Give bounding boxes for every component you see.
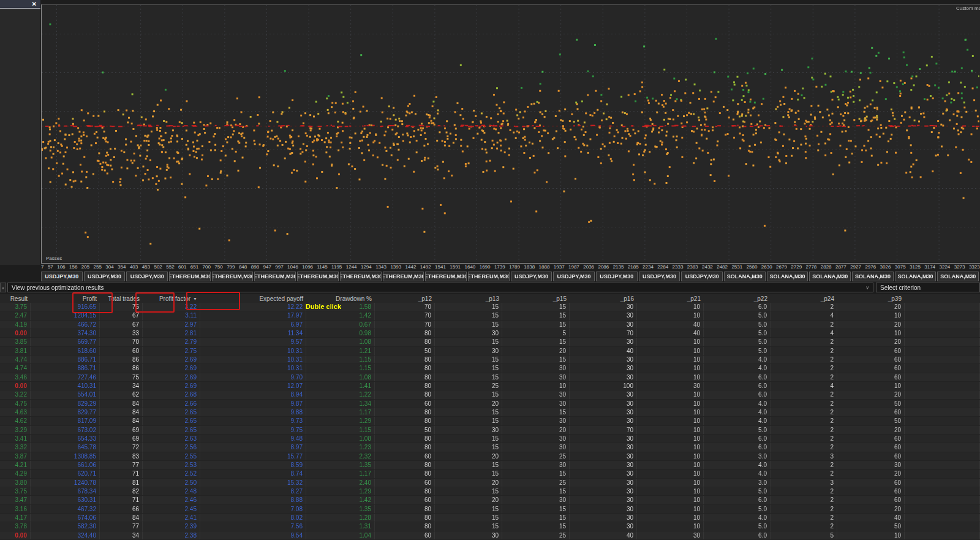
- table-row[interactable]: 3.46727.46752.699.701.0880153030106.0260: [0, 373, 980, 382]
- table-cell: 70: [100, 338, 143, 346]
- table-cell: 4.75: [0, 400, 31, 408]
- table-row[interactable]: 3.75916.65753.2212.221.5870151530106.022…: [0, 303, 980, 311]
- table-cell: 4.0: [704, 470, 771, 477]
- optimization-graph-canvas[interactable]: [42, 5, 979, 262]
- x-tick-label: 651: [190, 264, 198, 272]
- symbol-result-tab[interactable]: ETHEREUM,M30: [468, 272, 510, 281]
- table-cell: 2.69: [143, 382, 200, 390]
- view-results-dropdown[interactable]: View previous optimization results ∨: [7, 283, 873, 292]
- table-row[interactable]: 2.471204.15673.1117.971.4270151530105.04…: [0, 311, 980, 320]
- table-cell: 6.0: [704, 390, 771, 398]
- table-row[interactable]: 3.32645.78722.568.971.2380153030106.0260: [0, 443, 980, 452]
- column-header--p15[interactable]: _p15: [502, 294, 570, 303]
- symbol-result-tab[interactable]: USDJPY,M30: [596, 272, 638, 281]
- symbol-result-tab[interactable]: USDJPY,M30: [639, 272, 680, 281]
- table-cell-filler: [905, 347, 980, 355]
- column-header-drawdown-[interactable]: Drawdown %: [306, 294, 375, 303]
- symbol-result-tab[interactable]: USDJPY,M30: [41, 272, 83, 281]
- table-cell: 15: [502, 338, 570, 346]
- table-cell: 8.74: [200, 470, 306, 477]
- view-results-label: View previous optimization results: [12, 284, 104, 291]
- column-header--p39[interactable]: _p39: [837, 294, 905, 303]
- symbol-result-tab[interactable]: ETHEREUM,M30: [340, 272, 382, 281]
- symbol-result-tab[interactable]: ETHEREUM,M30: [383, 272, 424, 281]
- table-row[interactable]: 3.29673.02692.659.751.1550302070105.0220: [0, 426, 980, 435]
- close-icon[interactable]: ✕: [32, 1, 37, 7]
- column-header-total-trades[interactable]: Total trades: [100, 294, 143, 303]
- table-cell: 2.65: [143, 417, 200, 425]
- column-header-expected-payoff[interactable]: Expected payoff: [200, 294, 306, 303]
- symbol-result-tab[interactable]: USDJPY,M30: [681, 272, 723, 281]
- table-row[interactable]: 4.63829.77842.659.881.1780151530104.0260: [0, 408, 980, 417]
- table-row[interactable]: 3.871308.85832.5515.772.3260202530103.03…: [0, 452, 980, 461]
- symbol-result-tab[interactable]: ETHEREUM,M30: [297, 272, 339, 281]
- table-row[interactable]: 3.16467.32662.457.081.3580151530105.0220: [0, 505, 980, 514]
- symbol-result-tab[interactable]: USDJPY,M30: [84, 272, 126, 281]
- symbol-result-tab[interactable]: USDJPY,M30: [511, 272, 552, 281]
- symbol-result-tab[interactable]: SOLANA,M30: [937, 272, 979, 281]
- column-header--p13[interactable]: _p13: [435, 294, 502, 303]
- x-tick-label: 1838: [524, 264, 535, 272]
- table-cell: 15: [435, 470, 502, 477]
- x-tick-label: 2185: [628, 264, 639, 272]
- table-row[interactable]: 0.00324.40342.389.541.0460302540306.0510: [0, 531, 980, 540]
- column-header--p22[interactable]: _p22: [704, 294, 771, 303]
- table-row[interactable]: 3.41654.33692.639.481.0880153030106.0260: [0, 435, 980, 443]
- table-row[interactable]: 3.75678.34822.488.271.2980151530105.0260: [0, 487, 980, 496]
- x-tick-label: 898: [251, 264, 259, 272]
- symbol-result-tab[interactable]: ETHEREUM,M30: [254, 272, 296, 281]
- column-header-result[interactable]: Result: [0, 294, 31, 303]
- column-header--p16[interactable]: _p16: [570, 294, 637, 303]
- table-cell: 2.40: [306, 479, 375, 487]
- select-criterion-dropdown[interactable]: Select criterion: [876, 283, 980, 292]
- table-row[interactable]: 0.00410.31342.6912.071.41802510100306.04…: [0, 382, 980, 390]
- table-cell: 9.87: [200, 400, 306, 408]
- column-header--p12[interactable]: _p12: [375, 294, 435, 303]
- table-row[interactable]: 4.21661.06772.538.591.3580153030104.0230: [0, 461, 980, 470]
- column-header-profit-factor[interactable]: Profit factor▼: [143, 294, 200, 303]
- symbol-result-tab[interactable]: ETHEREUM,M30: [169, 272, 211, 281]
- table-cell: 10: [637, 303, 704, 311]
- table-row[interactable]: 0.00374.30332.8111.340.988030570405.0410: [0, 329, 980, 338]
- table-row[interactable]: 4.75829.29842.669.871.3460203030104.0250: [0, 400, 980, 408]
- table-row[interactable]: 3.85669.77702.799.571.0880151530105.0220: [0, 338, 980, 346]
- results-mini-dropdown[interactable]: ∨: [0, 283, 6, 292]
- column-header--p21[interactable]: _p21: [637, 294, 704, 303]
- table-row[interactable]: 4.19466.72672.976.970.6770151530405.0220: [0, 321, 980, 329]
- symbol-result-tab[interactable]: USDJPY,M30: [126, 272, 168, 281]
- x-tick-label: 1294: [361, 264, 372, 272]
- symbol-result-tab[interactable]: SOLANA,M30: [724, 272, 766, 281]
- table-cell: 1.29: [306, 417, 375, 425]
- table-cell: 80: [375, 487, 435, 495]
- symbol-result-tab[interactable]: ETHEREUM,M30: [425, 272, 467, 281]
- table-row[interactable]: 3.801240.78812.5015.322.4060202530103.03…: [0, 479, 980, 487]
- symbol-result-tab[interactable]: SOLANA,M30: [767, 272, 809, 281]
- table-cell: 4.0: [704, 461, 771, 469]
- table-row[interactable]: 4.62817.09842.659.731.2980153030104.0250: [0, 417, 980, 425]
- table-cell: 30: [502, 435, 570, 443]
- table-cell: 3.87: [0, 452, 31, 460]
- table-row[interactable]: 3.78582.30772.397.561.3180151530105.0250: [0, 522, 980, 531]
- x-tick-label: 1145: [317, 264, 327, 272]
- table-cell: 6.0: [704, 303, 771, 311]
- symbol-result-tab[interactable]: SOLANA,M30: [852, 272, 894, 281]
- table-row[interactable]: 3.47630.31712.468.881.4260203030106.0260: [0, 496, 980, 504]
- table-row[interactable]: 3.81618.60602.7510.311.2150302040105.026…: [0, 347, 980, 356]
- symbol-result-tab[interactable]: ETHEREUM,M30: [212, 272, 254, 281]
- column-header--p24[interactable]: _p24: [771, 294, 837, 303]
- symbol-result-tab[interactable]: SOLANA,M30: [809, 272, 851, 281]
- table-row[interactable]: 3.22554.01622.688.941.2280153030106.0220: [0, 390, 980, 399]
- symbol-result-tab[interactable]: USDJPY,M30: [553, 272, 595, 281]
- table-row[interactable]: 4.17674.06842.418.021.2880151530104.0240: [0, 514, 980, 522]
- table-row[interactable]: 4.74886.71862.6910.311.1580153030104.026…: [0, 364, 980, 373]
- table-cell: 30: [435, 531, 502, 539]
- table-cell: 20: [435, 479, 502, 487]
- table-cell: 2: [771, 522, 837, 530]
- table-row[interactable]: 4.74886.71862.6910.311.1580151530104.026…: [0, 356, 980, 364]
- table-cell: 80: [375, 329, 435, 337]
- symbol-result-tab[interactable]: SOLANA,M30: [895, 272, 937, 281]
- column-header-profit[interactable]: Profit: [31, 294, 100, 303]
- table-cell: 60: [837, 479, 905, 487]
- table-row[interactable]: 4.29620.71712.528.741.1780151530104.0220: [0, 470, 980, 478]
- table-cell: 10.31: [200, 364, 306, 372]
